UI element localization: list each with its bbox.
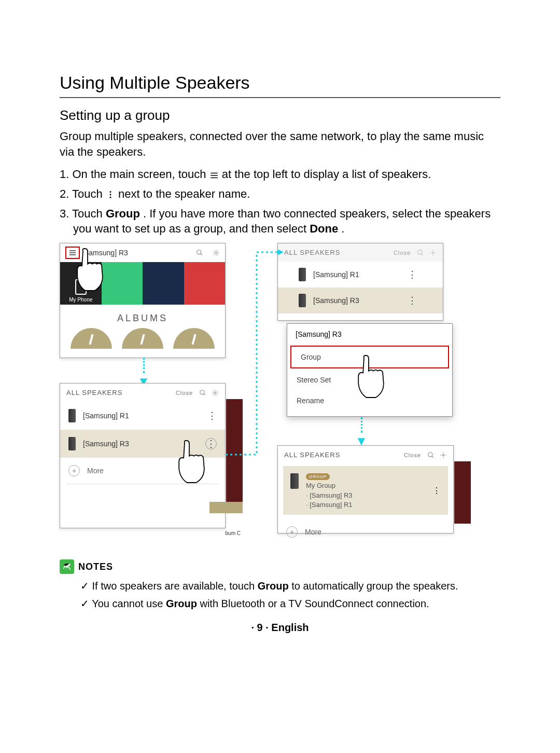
svg-point-4 — [215, 252, 217, 254]
search-icon[interactable] — [427, 451, 435, 459]
album-thumb[interactable] — [122, 328, 163, 349]
gear-icon[interactable] — [213, 249, 220, 256]
search-icon[interactable] — [417, 249, 424, 256]
more-row[interactable]: + More — [278, 519, 453, 545]
speaker-name: [Samsung] R3 — [83, 440, 129, 448]
album-thumb[interactable] — [173, 328, 215, 349]
tap-gesture-icon — [171, 438, 217, 490]
svg-point-0 — [109, 191, 111, 193]
albums-label: ALBUMS — [60, 305, 225, 328]
hamburger-icon — [209, 171, 219, 180]
group-name: My Group — [306, 482, 335, 489]
page-language: English — [271, 622, 309, 633]
gear-icon[interactable] — [212, 389, 219, 396]
note-2-a: You cannot use — [92, 598, 166, 609]
speaker-row-r1[interactable]: [Samsung] R1 ⋮ — [60, 402, 225, 430]
speaker-icon — [68, 409, 76, 422]
page-title: Using Multiple Speakers — [60, 73, 500, 98]
more-vertical-icon[interactable]: ⋮ — [432, 486, 441, 496]
step-3-text-c: . — [341, 222, 344, 235]
all-speakers-label: ALL SPEAKERS — [66, 389, 122, 396]
group-badge: GROUP — [306, 473, 330, 480]
section-subtitle: Setting up a group — [60, 107, 500, 124]
speaker-name: [Samsung] R1 — [83, 412, 129, 420]
svg-point-5 — [200, 390, 204, 394]
close-button[interactable]: Close — [394, 250, 411, 256]
note-2: You cannot use Group with Bluetooth or a… — [80, 596, 500, 611]
svg-point-2 — [109, 197, 111, 198]
tile-red[interactable] — [184, 262, 226, 305]
note-2-c: with Bluetooth or a TV SoundConnect conn… — [200, 598, 429, 609]
search-icon[interactable] — [196, 249, 203, 256]
screenshot-speaker-list-bg: ALL SPEAKERS Close [Samsung] R1 ⋮ [Samsu… — [277, 243, 443, 321]
notes-section: NOTES If two speakers are available, tou… — [60, 559, 500, 611]
gear-icon[interactable] — [429, 249, 437, 256]
album-thumbs — [60, 328, 225, 353]
plus-icon: + — [68, 465, 80, 476]
search-icon[interactable] — [199, 389, 206, 396]
note-1-b: Group — [258, 580, 289, 592]
page-number: 9 — [257, 622, 263, 633]
step-1-text-b: at the top left to display a list of spe… — [222, 168, 431, 181]
p3-header: ALL SPEAKERS Close — [278, 243, 443, 262]
arrow-path-icon — [226, 247, 288, 460]
group-member: · [Samsung] R1 — [306, 501, 353, 509]
speaker-row-r1: [Samsung] R1 ⋮ — [278, 262, 443, 287]
figure-area: Samsung] R3 My Phone ALBUMS ▼ — [60, 243, 500, 544]
svg-marker-11 — [277, 249, 284, 255]
more-vertical-icon — [106, 190, 115, 199]
speaker-name: [Samsung] R3 — [313, 296, 359, 305]
note-1-a: If two speakers are available, touch — [92, 580, 258, 592]
svg-point-9 — [428, 452, 432, 456]
tile-navy[interactable] — [143, 262, 184, 305]
speaker-icon — [299, 268, 306, 281]
svg-point-8 — [432, 252, 434, 254]
step-1-text-a: On the main screen, touch — [72, 168, 209, 181]
all-speakers-label: ALL SPEAKERS — [284, 451, 340, 459]
menu-title: [Samsung] R3 — [287, 324, 452, 345]
page-footer: · 9 · English — [60, 622, 500, 634]
plus-icon: + — [286, 526, 298, 538]
p2-side-label: bum C — [226, 530, 241, 536]
svg-point-7 — [418, 250, 422, 254]
intro-text: Group multiple speakers, connected over … — [60, 129, 500, 159]
speaker-icon — [290, 473, 299, 489]
more-vertical-icon: ⋮ — [408, 273, 417, 276]
notes-label-text: NOTES — [78, 562, 113, 572]
step-2-text-a: Touch — [72, 187, 106, 200]
speaker-row-r3: [Samsung] R3 ⋮ — [278, 287, 443, 313]
step-3: 3. Touch Group . If you have more than t… — [60, 206, 500, 237]
more-vertical-icon: ⋮ — [408, 299, 417, 302]
group-info: GROUP My Group · [Samsung] R3 · [Samsung… — [306, 471, 353, 510]
album-thumb[interactable] — [71, 328, 112, 349]
gear-icon[interactable] — [440, 451, 447, 459]
step-3-text-a: Touch — [72, 207, 106, 220]
p4-header: ALL SPEAKERS Close — [278, 446, 453, 464]
note-2-b: Group — [166, 598, 197, 609]
group-card[interactable]: GROUP My Group · [Samsung] R3 · [Samsung… — [283, 466, 448, 515]
more-label: More — [305, 528, 321, 536]
step-3-group: Group — [106, 207, 140, 220]
group-member: · [Samsung] R3 — [306, 491, 353, 499]
screenshot-group-result: ALL SPEAKERS Close GROUP My Group · [Sam… — [277, 445, 454, 533]
speaker-name: [Samsung] R1 — [313, 270, 359, 279]
all-speakers-label: ALL SPEAKERS — [284, 249, 340, 256]
step-2: 2. Touch next to the speaker name. — [60, 186, 500, 202]
close-button[interactable]: Close — [176, 390, 193, 396]
step-3-done: Done — [310, 222, 338, 235]
tap-gesture-icon — [69, 246, 116, 298]
more-label: More — [87, 467, 104, 475]
note-1: If two speakers are available, touch Gro… — [80, 578, 500, 594]
notes-list: If two speakers are available, touch Gro… — [60, 578, 500, 611]
p4-side-strip — [454, 461, 471, 524]
p2-header: ALL SPEAKERS Close — [60, 384, 225, 402]
close-button[interactable]: Close — [404, 452, 421, 458]
step-2-text-b: next to the speaker name. — [118, 187, 250, 200]
svg-point-10 — [442, 454, 444, 456]
notes-icon — [60, 559, 74, 574]
svg-point-6 — [214, 392, 216, 394]
tap-gesture-icon — [350, 353, 397, 405]
step-1: 1. On the main screen, touch at the top … — [60, 167, 500, 182]
note-1-c: to automatically group the speakers. — [291, 580, 458, 592]
more-vertical-icon[interactable]: ⋮ — [207, 414, 217, 417]
